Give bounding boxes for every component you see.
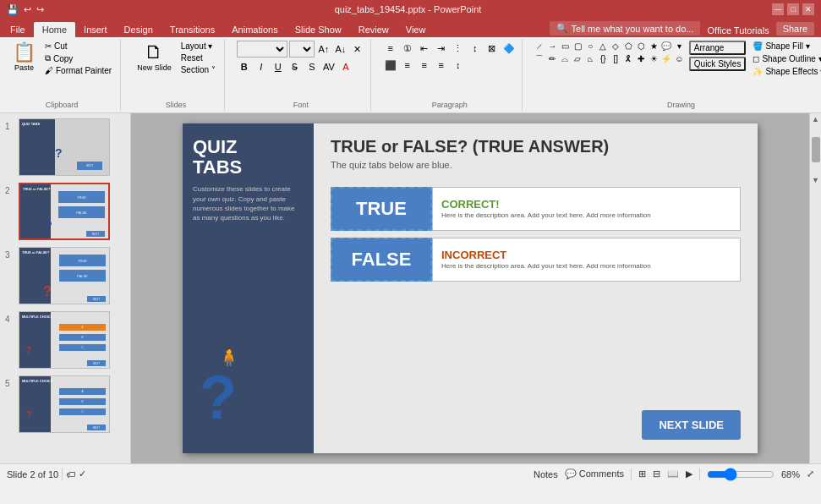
- tab-review[interactable]: Review: [350, 22, 397, 37]
- shape-pentagon[interactable]: ⬠: [623, 41, 634, 52]
- slideshow-view-button[interactable]: ▶: [686, 468, 692, 479]
- convert-to-smartart-button[interactable]: 🔷: [501, 41, 517, 56]
- shape-bracket[interactable]: []: [610, 53, 621, 64]
- font-size-select[interactable]: [289, 41, 315, 58]
- char-spacing-button[interactable]: AV: [321, 59, 337, 74]
- minimize-button[interactable]: —: [772, 3, 784, 15]
- text-direction-button[interactable]: ↕: [468, 41, 483, 56]
- shape-oval[interactable]: ○: [585, 41, 596, 52]
- scroll-down-arrow[interactable]: ▼: [810, 174, 821, 186]
- shape-lightning[interactable]: ⚡: [661, 53, 672, 64]
- office-tutorials-link[interactable]: Office Tutorials: [707, 25, 769, 36]
- decrease-font-button[interactable]: A↓: [333, 41, 348, 57]
- save-icon[interactable]: 💾: [7, 4, 19, 15]
- paste-button[interactable]: 📋 Paste: [8, 41, 40, 74]
- increase-indent-button[interactable]: ⇥: [434, 41, 449, 56]
- slide-thumb-4[interactable]: 4 MULTIPLE CHOICE A B C NEXT ?: [3, 310, 127, 370]
- shape-diamond[interactable]: ◇: [610, 41, 621, 52]
- font-color-button[interactable]: A: [338, 59, 353, 74]
- slide-thumb-3[interactable]: 3 TRUE or FALSE? TRUE FALSE ? NEXT: [3, 245, 127, 306]
- italic-button[interactable]: I: [254, 59, 269, 74]
- true-label[interactable]: TRUE: [331, 187, 432, 231]
- tab-home[interactable]: Home: [34, 22, 75, 37]
- bold-button[interactable]: B: [237, 59, 252, 74]
- close-button[interactable]: ✕: [802, 3, 814, 15]
- slide-thumb-1[interactable]: 1 QUIZ TABS NEXT ?: [3, 117, 127, 178]
- shape-sun[interactable]: ☀: [649, 53, 660, 64]
- undo-icon[interactable]: ↩: [24, 4, 31, 15]
- redo-icon[interactable]: ↪: [36, 4, 44, 15]
- scroll-up-arrow[interactable]: ▲: [810, 113, 821, 125]
- shape-line[interactable]: ⟋: [534, 41, 545, 52]
- slide-thumb-5[interactable]: 5 MULTIPLE CHOICE A B C NEXT ?: [3, 374, 127, 435]
- next-slide-button[interactable]: NEXT SLIDE: [642, 410, 741, 440]
- format-painter-button[interactable]: 🖌 Format Painter: [41, 65, 115, 76]
- align-center-button[interactable]: ≡: [400, 58, 415, 73]
- align-right-button[interactable]: ≡: [417, 58, 432, 73]
- align-left-button[interactable]: ⬛: [383, 58, 398, 73]
- slide-sorter-button[interactable]: ⊟: [653, 468, 660, 479]
- cut-button[interactable]: ✂ Cut: [41, 41, 115, 52]
- tab-transitions[interactable]: Transitions: [161, 22, 223, 37]
- slide-thumb-2[interactable]: 2 TRUE or FALSE? TRUE FALSE ? NEXT: [3, 181, 127, 242]
- shadow-button[interactable]: S: [304, 59, 320, 74]
- zoom-slider[interactable]: [707, 468, 774, 481]
- tab-design[interactable]: Design: [116, 22, 161, 37]
- shape-arc[interactable]: ⌓: [560, 53, 571, 64]
- arrange-button[interactable]: Arrange: [689, 41, 747, 55]
- tab-slideshow[interactable]: Slide Show: [287, 22, 350, 37]
- tab-animations[interactable]: Animations: [223, 22, 286, 37]
- shape-curve[interactable]: ⌒: [534, 53, 545, 64]
- scroll-thumb[interactable]: [812, 137, 820, 162]
- layout-button[interactable]: Layout ▾: [178, 41, 219, 52]
- shape-freeform[interactable]: ✏: [547, 53, 558, 64]
- new-slide-button[interactable]: 🗋 New Slide: [133, 41, 176, 74]
- fit-slide-button[interactable]: ⤢: [807, 468, 814, 479]
- shape-star[interactable]: ★: [649, 41, 660, 52]
- shape-callout[interactable]: 💬: [661, 41, 672, 52]
- strikethrough-button[interactable]: S̶: [287, 59, 303, 74]
- clear-format-button[interactable]: ✕: [350, 41, 365, 57]
- columns-button[interactable]: ⋮: [451, 41, 466, 56]
- shape-arrow[interactable]: →: [547, 41, 558, 52]
- comments-button[interactable]: 💬 Comments: [565, 468, 624, 479]
- shape-rounded-rect[interactable]: ▢: [572, 41, 583, 52]
- shape-triangle[interactable]: △: [598, 41, 609, 52]
- shape-cross[interactable]: ✚: [636, 53, 647, 64]
- false-label[interactable]: FALSE: [331, 238, 432, 282]
- line-spacing-button[interactable]: ↕: [451, 58, 466, 73]
- reset-button[interactable]: Reset: [178, 52, 219, 63]
- justify-button[interactable]: ≡: [434, 58, 449, 73]
- section-button[interactable]: Section ˅: [178, 64, 219, 75]
- share-button[interactable]: Share: [776, 22, 814, 36]
- shape-fill-button[interactable]: 🪣 Shape Fill ▾: [749, 41, 821, 52]
- shape-smiley[interactable]: ☺: [674, 53, 685, 64]
- numbering-button[interactable]: ①: [400, 41, 415, 56]
- shape-outline-button[interactable]: ◻ Shape Outline ▾: [749, 53, 821, 64]
- align-text-button[interactable]: ⊠: [484, 41, 500, 56]
- notes-button[interactable]: Notes: [534, 469, 558, 479]
- tab-insert[interactable]: Insert: [75, 22, 116, 37]
- quick-styles-button[interactable]: Quick Styles: [689, 57, 747, 71]
- increase-font-button[interactable]: A↑: [316, 41, 331, 57]
- maximize-button[interactable]: □: [787, 3, 799, 15]
- copy-button[interactable]: ⧉ Copy: [41, 52, 115, 64]
- shape-parallelogram[interactable]: ▱: [572, 53, 583, 64]
- font-family-select[interactable]: [237, 41, 287, 58]
- tab-file[interactable]: File: [2, 22, 34, 37]
- slide-canvas[interactable]: QUIZ TABS Customize these slides to crea…: [183, 123, 758, 453]
- reading-view-button[interactable]: 📖: [667, 468, 679, 479]
- shape-ribbon[interactable]: 🎗: [623, 53, 634, 64]
- shape-rect[interactable]: ▭: [560, 41, 571, 52]
- bullets-button[interactable]: ≡: [383, 41, 398, 56]
- shape-hexagon[interactable]: ⬡: [636, 41, 647, 52]
- search-box[interactable]: 🔍 Tell me what you want to do...: [550, 21, 701, 36]
- underline-button[interactable]: U: [271, 59, 286, 74]
- normal-view-button[interactable]: ⊞: [638, 468, 646, 479]
- shape-brace[interactable]: {}: [598, 53, 609, 64]
- shape-trapezoid[interactable]: ⏢: [585, 53, 596, 64]
- tab-view[interactable]: View: [397, 22, 435, 37]
- decrease-indent-button[interactable]: ⇤: [417, 41, 432, 56]
- shape-effects-button[interactable]: ✨ Shape Effects ▾: [749, 66, 821, 77]
- shape-more[interactable]: ▾: [674, 41, 685, 52]
